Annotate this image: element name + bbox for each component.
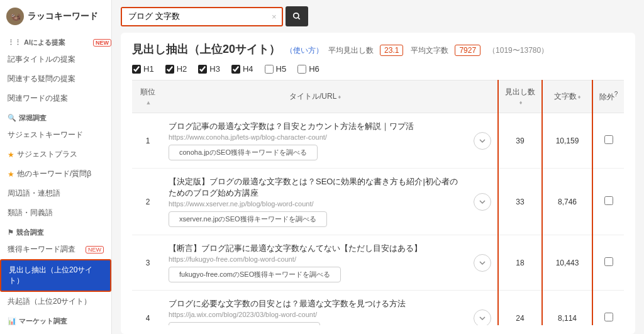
- section-comp: ⚑ 競合調査: [0, 223, 111, 240]
- usage-link[interactable]: （使い方）: [286, 45, 323, 56]
- title-cell: 【断言】ブログ記事に最適な文字数なんてない【ただし目安はある】https://f…: [164, 235, 467, 291]
- search-input[interactable]: [122, 8, 267, 25]
- sidebar-item-label: サジェストプラス: [17, 149, 77, 160]
- sidebar-item[interactable]: 関連する疑問の提案: [0, 69, 111, 89]
- filter-h1[interactable]: H1: [132, 64, 154, 74]
- rank-cell: 2: [132, 169, 164, 235]
- row-title[interactable]: 【断言】ブログ記事に最適な文字数なんてない【ただし目安はある】: [169, 243, 462, 254]
- sidebar-item[interactable]: 類語・同義語: [0, 203, 111, 223]
- sidebar-item-label: 共起語（上位20サイト）: [8, 296, 91, 307]
- filter-h4[interactable]: H4: [231, 64, 253, 74]
- col-headings[interactable]: 見出し数♦: [498, 81, 542, 113]
- range: （1019〜13780）: [488, 45, 548, 56]
- sidebar-item[interactable]: 共起語（上位20サイト）: [0, 292, 111, 311]
- sidebar-item[interactable]: ★他のキーワード/質問β: [0, 164, 111, 184]
- table-row: 3【断言】ブログ記事に最適な文字数なんてない【ただし目安はある】https://…: [132, 235, 624, 291]
- expand-button[interactable]: [474, 309, 491, 326]
- sidebar: 🦦 ラッコキーワード ⋮⋮ AIによる提案 NEW 記事タイトルの提案関連する疑…: [0, 0, 112, 334]
- clear-icon[interactable]: ×: [267, 12, 282, 21]
- seo-keywords-button[interactable]: xserver.ne.jpのSEO獲得キーワードを調べる: [169, 211, 327, 227]
- sidebar-item[interactable]: 獲得キーワード調査NEW: [0, 240, 111, 259]
- avg-char-label: 平均文字数: [411, 45, 448, 56]
- row-url[interactable]: https://ja.wix.com/blog/2023/03/blog-wor…: [169, 311, 462, 318]
- row-url[interactable]: https://www.conoha.jp/lets-wp/blog-chara…: [169, 133, 462, 141]
- row-title[interactable]: ブログ記事の最適な文字数は？目安とカウント方法を解説｜ワプ活: [169, 121, 462, 132]
- sparkle-icon: ⋮⋮: [8, 38, 21, 47]
- sidebar-item[interactable]: 関連ワードの提案: [0, 89, 111, 108]
- results-table: 順位▲ タイトル/URL♦ 見出し数♦ 文字数♦ 除外? 1ブログ記事の最適な文…: [132, 80, 624, 325]
- sidebar-item-label: 記事タイトルの提案: [8, 54, 75, 65]
- main: × 見出し抽出（上位20サイト） （使い方） 平均見出し数 23.1 平均文字数…: [112, 0, 644, 334]
- exclude-cell: [592, 169, 624, 235]
- chart-icon: 📊: [8, 317, 16, 325]
- exclude-checkbox[interactable]: [604, 196, 613, 205]
- heading-filters: H1H2H3H4H5H6: [132, 64, 624, 74]
- sidebar-item[interactable]: 周辺語・連想語: [0, 184, 111, 203]
- expand-cell: [467, 113, 498, 169]
- filter-checkbox[interactable]: [165, 65, 174, 74]
- title-cell: ブログ記事の最適な文字数は？目安とカウント方法を解説｜ワプ活https://ww…: [164, 113, 467, 169]
- filter-checkbox[interactable]: [132, 65, 141, 74]
- filter-h3[interactable]: H3: [198, 64, 220, 74]
- seo-keywords-button[interactable]: fukugyo-free.comのSEO獲得キーワードを調べる: [169, 267, 341, 282]
- chevron-down-icon: [479, 138, 486, 144]
- filter-h2[interactable]: H2: [165, 64, 187, 74]
- table-row: 2【決定版】ブログの最適な文字数とは？SEOに効果的な書き方も紹介|初心者のため…: [132, 169, 624, 235]
- headings-cell: 39: [498, 113, 542, 169]
- sidebar-item[interactable]: ★サジェストプラス: [0, 145, 111, 164]
- header-row: 見出し抽出（上位20サイト） （使い方） 平均見出し数 23.1 平均文字数 7…: [132, 42, 624, 57]
- sidebar-item[interactable]: 見出し抽出（上位20サイト）: [0, 259, 111, 292]
- exclude-checkbox[interactable]: [604, 257, 613, 266]
- exclude-cell: [592, 291, 624, 326]
- expand-button[interactable]: [474, 132, 491, 150]
- title-cell: 【決定版】ブログの最適な文字数とは？SEOに効果的な書き方も紹介|初心者のための…: [164, 169, 467, 235]
- filter-checkbox[interactable]: [231, 65, 240, 74]
- rank-cell: 3: [132, 235, 164, 291]
- sidebar-item-label: 獲得キーワード調査: [8, 244, 75, 255]
- filter-h5[interactable]: H5: [265, 64, 287, 74]
- filter-checkbox[interactable]: [198, 65, 207, 74]
- avg-head-label: 平均見出し数: [328, 45, 374, 56]
- sidebar-item[interactable]: サジェストキーワード: [0, 125, 111, 145]
- headings-cell: 24: [498, 291, 542, 326]
- svg-point-0: [293, 13, 298, 18]
- seo-keywords-button[interactable]: conoha.jpのSEO獲得キーワードを調べる: [169, 145, 318, 160]
- expand-button[interactable]: [474, 193, 491, 211]
- app-name: ラッコキーワード: [28, 11, 98, 22]
- col-rank[interactable]: 順位▲: [132, 81, 164, 113]
- row-title[interactable]: ブログに必要な文字数の目安とは？最適な文字数を見つける方法: [169, 298, 462, 309]
- seo-keywords-button[interactable]: ja.wix.comのSEO獲得キーワードを調べる: [169, 322, 320, 325]
- expand-cell: [467, 235, 498, 291]
- filter-checkbox[interactable]: [265, 65, 274, 74]
- filter-h6[interactable]: H6: [297, 64, 319, 74]
- col-chars[interactable]: 文字数♦: [542, 81, 592, 113]
- exclude-checkbox[interactable]: [604, 313, 613, 321]
- sidebar-item[interactable]: 記事タイトルの提案: [0, 50, 111, 69]
- section-deep: 🔍 深堀調査: [0, 108, 111, 125]
- chars-cell: 10,443: [542, 235, 592, 291]
- sidebar-item-label: 関連する疑問の提案: [8, 74, 75, 84]
- topbar: ×: [112, 0, 644, 33]
- exclude-cell: [592, 113, 624, 169]
- exclude-checkbox[interactable]: [604, 135, 613, 144]
- chevron-down-icon: [479, 199, 486, 205]
- chevron-down-icon: [479, 260, 486, 266]
- col-title-url[interactable]: タイトル/URL♦: [164, 81, 467, 113]
- row-url[interactable]: https://www.xserver.ne.jp/blog/blog-word…: [169, 200, 462, 208]
- logo[interactable]: 🦦 ラッコキーワード: [0, 0, 111, 33]
- chevron-down-icon: [479, 315, 486, 321]
- avg-char-value: 7927: [455, 45, 480, 56]
- avg-head-value: 23.1: [380, 45, 403, 56]
- new-badge: NEW: [86, 246, 104, 253]
- help-icon[interactable]: ?: [614, 91, 618, 97]
- table-row: 1ブログ記事の最適な文字数は？目安とカウント方法を解説｜ワプ活https://w…: [132, 113, 624, 169]
- svg-line-1: [297, 18, 299, 19]
- search-button[interactable]: [286, 6, 308, 26]
- row-url[interactable]: https://fukugyo-free.com/blog-word-count…: [169, 255, 462, 263]
- filter-checkbox[interactable]: [297, 65, 306, 74]
- search-wrap: ×: [121, 7, 283, 26]
- expand-button[interactable]: [474, 254, 491, 272]
- row-title[interactable]: 【決定版】ブログの最適な文字数とは？SEOに効果的な書き方も紹介|初心者のための…: [169, 176, 462, 199]
- flag-icon: ⚑: [8, 228, 14, 237]
- magnify-icon: 🔍: [8, 114, 16, 122]
